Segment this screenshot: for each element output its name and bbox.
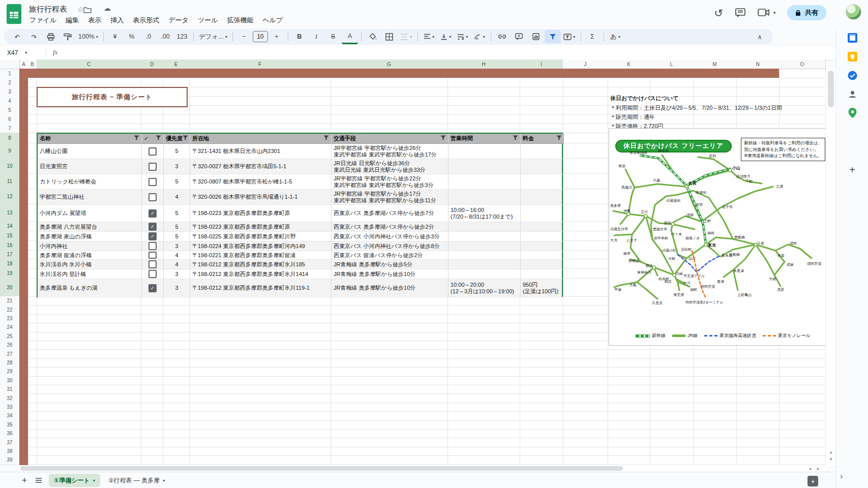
cell-fee[interactable] <box>521 144 564 159</box>
column-header-F[interactable]: F <box>189 59 331 69</box>
cell-priority[interactable]: 3 <box>164 159 190 174</box>
column-header-O[interactable]: O <box>779 59 826 69</box>
cell-fee[interactable] <box>521 174 564 190</box>
column-header-M[interactable]: M <box>693 59 737 69</box>
row-header-10[interactable]: 10 <box>0 158 20 174</box>
cell-priority[interactable]: 5 <box>164 205 190 222</box>
print-button[interactable] <box>43 30 59 43</box>
cell-transport[interactable]: JR青梅線 奥多摩駅から徒歩10分 <box>332 279 448 297</box>
bold-button[interactable]: B <box>291 30 308 43</box>
cell-address[interactable]: 〒198-0223 東京都西多摩郡奥多摩町原 <box>190 205 332 222</box>
cell-hours[interactable] <box>448 269 521 279</box>
vertical-scrollbar-thumb[interactable] <box>828 71 834 107</box>
filter-funnel-icon[interactable] <box>323 135 329 142</box>
row-header-23[interactable]: 23 <box>0 314 20 323</box>
filter-views-button[interactable]: ▾ <box>561 30 578 43</box>
cell-transport[interactable]: 西東京バス 小河内神社バス停から徒歩8分 <box>332 241 448 251</box>
row-header-16[interactable]: 16 <box>0 240 20 251</box>
name-box[interactable]: X47 ▾ <box>0 45 27 60</box>
cell-priority[interactable]: 3 <box>164 269 190 279</box>
cell-hours[interactable] <box>448 232 521 241</box>
checkbox-checked[interactable]: ✓ <box>148 223 157 231</box>
row-header-6[interactable]: 6 <box>0 114 20 124</box>
menu-item-ツール[interactable]: ツール <box>194 15 222 26</box>
menu-item-表示[interactable]: 表示 <box>84 15 105 26</box>
cell-hours[interactable] <box>448 260 521 269</box>
plus-icon[interactable]: + <box>847 165 857 175</box>
zoom-select[interactable]: 100%▾ <box>76 30 100 43</box>
checkbox-unchecked[interactable] <box>148 252 157 259</box>
cell-priority[interactable]: 5 <box>164 222 190 232</box>
cell-name[interactable]: 氷川渓谷内 登計橋 <box>38 269 142 279</box>
scroll-up-icon[interactable]: ▴ <box>828 449 834 455</box>
font-size-input[interactable]: 10 <box>253 31 268 42</box>
functions-button[interactable]: Σ <box>584 30 601 43</box>
checkbox-unchecked[interactable] <box>148 178 157 186</box>
column-header-H[interactable]: H <box>447 59 520 69</box>
row-header-39[interactable]: 39 <box>0 455 20 465</box>
checkbox-unchecked[interactable] <box>148 270 157 278</box>
cell-transport[interactable]: 西東京バス 奥多摩湖バス停から徒歩2分 <box>332 222 448 232</box>
number-format-button[interactable]: 123 <box>174 30 190 43</box>
cell-address[interactable]: 〒321-1431 栃木県日光市山内2301 <box>190 144 332 159</box>
corner-add-button[interactable]: + <box>807 476 818 486</box>
video-call-icon[interactable] <box>758 7 771 18</box>
row-header-20[interactable]: 20 <box>0 278 20 297</box>
row-header-15[interactable]: 15 <box>0 231 20 241</box>
cell-address[interactable]: 〒198-0221 東京都西多摩郡奥多摩町留浦 <box>190 251 332 260</box>
filter-funnel-icon[interactable] <box>440 135 446 142</box>
cell-check[interactable] <box>142 269 164 279</box>
select-all-corner[interactable] <box>0 59 20 69</box>
row-header-32[interactable]: 32 <box>0 393 20 403</box>
checkbox-checked[interactable]: ✓ <box>148 209 157 218</box>
move-folder-icon[interactable] <box>83 6 92 15</box>
cell-name[interactable]: 小河内神社 <box>38 241 142 251</box>
cell-transport[interactable]: JR宇都宮線 宇都宮駅から徒歩17分東武宇都宮線 東武宇都宮駅から徒歩11分 <box>332 190 448 205</box>
sheet-tab-caret-icon[interactable]: ▾ <box>163 478 165 483</box>
checkbox-unchecked[interactable] <box>148 163 157 171</box>
filter-funnel-icon[interactable] <box>134 135 139 142</box>
cell-transport[interactable]: JR青梅線 奥多摩駅から徒歩10分 <box>332 269 448 279</box>
row-header-29[interactable]: 29 <box>0 367 20 376</box>
cloud-status-icon[interactable]: ☁ <box>104 4 111 12</box>
cell-fee[interactable] <box>521 232 564 241</box>
maps-icon[interactable] <box>847 108 857 118</box>
cell-transport[interactable]: JR日光線 日光駅から徒歩36分東武日光線 東武日光駅から徒歩33分 <box>332 159 448 174</box>
row-header-36[interactable]: 36 <box>0 429 20 438</box>
row-header-8[interactable]: 8 <box>0 133 20 143</box>
row-header-34[interactable]: 34 <box>0 411 20 420</box>
cell-priority[interactable]: 4 <box>164 190 190 205</box>
menu-item-編集[interactable]: 編集 <box>62 15 83 26</box>
column-header-G[interactable]: G <box>331 59 448 69</box>
cell-check[interactable] <box>142 174 164 190</box>
column-header-J[interactable]: J <box>563 59 608 69</box>
row-header-31[interactable]: 31 <box>0 385 20 394</box>
table-header-名称[interactable]: 名称 <box>38 134 142 144</box>
font-select[interactable]: デフォ...▾ <box>197 30 229 43</box>
cell-hours[interactable] <box>448 159 521 174</box>
cell-address[interactable]: 〒198-0212 東京都西多摩郡奥多摩町氷川119-1 <box>190 279 332 297</box>
increase-font-size-button[interactable]: + <box>268 30 285 43</box>
row-header-17[interactable]: 17 <box>0 250 20 259</box>
comments-icon[interactable] <box>735 7 746 18</box>
video-call-caret-icon[interactable]: ▾ <box>773 10 776 15</box>
menu-item-ヘルプ[interactable]: ヘルプ <box>258 15 287 26</box>
rail-map-image[interactable]: 休日おでかけパス フリーエリア 新幹線・特急列車等をご利用の場合は、別に特急券等… <box>609 128 831 346</box>
table-header-所在地[interactable]: 所在地 <box>190 134 332 144</box>
sheets-logo-icon[interactable] <box>7 4 21 24</box>
cell-name[interactable]: 氷川渓谷内 氷川小橋 <box>38 260 142 269</box>
cell-priority[interactable]: 3 <box>164 279 190 297</box>
table-header-✓[interactable]: ✓ <box>142 134 164 144</box>
vertical-align-button[interactable]: ▾ <box>438 30 454 43</box>
column-header-D[interactable]: D <box>141 59 163 69</box>
cell-priority[interactable]: 4 <box>164 260 190 269</box>
scroll-left-icon[interactable]: ◂ <box>806 466 814 471</box>
collapse-toolbar-button[interactable]: ∧ <box>752 30 768 43</box>
scroll-down-icon[interactable]: ▾ <box>828 456 834 462</box>
menu-item-表示形式[interactable]: 表示形式 <box>129 15 163 26</box>
percent-format-button[interactable]: % <box>124 30 140 43</box>
add-sheet-button[interactable]: + <box>17 473 32 487</box>
cell-fee[interactable] <box>521 260 564 269</box>
row-header-19[interactable]: 19 <box>0 268 20 279</box>
cell-transport[interactable]: 西東京バス 小河内神社バス停から徒歩3分 <box>332 232 448 241</box>
